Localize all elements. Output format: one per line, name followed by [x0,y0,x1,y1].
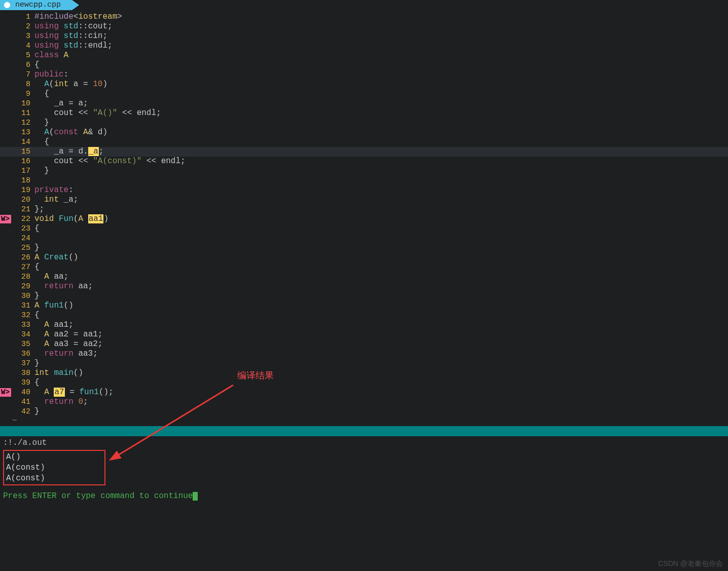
code-content: using std::cout; [34,22,728,31]
code-content: using std::cin; [34,31,728,41]
line-number: 10 [11,99,34,108]
terminal-command: :!./a.out [3,438,725,448]
code-content: A aa3 = aa2; [34,339,728,349]
output-line: A(const) [6,473,102,484]
code-line[interactable]: 17 } [0,166,728,176]
line-number: 20 [11,196,34,205]
line-number: 32 [11,311,34,320]
line-number: 18 [11,176,34,185]
code-line[interactable]: 5class A [0,51,728,60]
annotation-label: 编译结果 [237,370,274,381]
code-line[interactable]: 25} [0,243,728,253]
line-number: 31 [11,301,34,311]
line-number: 42 [11,407,34,416]
code-content: { [34,89,728,99]
line-number: 1 [11,13,34,22]
code-line[interactable]: 10 _a = a; [0,99,728,108]
line-number: 27 [11,263,34,272]
line-number: 30 [11,292,34,301]
code-line[interactable]: 12 } [0,118,728,128]
code-line[interactable]: W>22void Fun(A aa1) [0,214,728,224]
code-content: return aa; [34,282,728,291]
code-line[interactable]: 23{ [0,224,728,234]
code-line[interactable]: 37} [0,359,728,368]
code-line[interactable]: 8 A(int a = 10) [0,80,728,89]
code-line[interactable]: 34 A aa2 = aa1; [0,330,728,339]
code-line[interactable]: 4using std::endl; [0,41,728,51]
code-line[interactable]: 30} [0,291,728,301]
code-line[interactable]: 41 return 0; [0,397,728,407]
code-content: void Fun(A aa1) [34,214,728,224]
code-content: A(int a = 10) [34,80,728,89]
line-number: 15 [11,147,34,157]
code-line[interactable]: 39{ [0,378,728,388]
code-content: } [34,243,728,253]
code-line[interactable]: 6{ [0,60,728,70]
cursor-icon [193,492,198,501]
code-line[interactable]: 18 [0,176,728,185]
code-line[interactable]: 35 A aa3 = aa2; [0,339,728,349]
code-line[interactable]: 27{ [0,262,728,272]
code-line[interactable]: 15 _a = d._a; [0,147,728,157]
code-content: } [34,359,728,368]
code-line[interactable]: W>40 A a7 = fun1(); [0,388,728,397]
code-content: } [34,291,728,301]
code-content: cout << "A(const)" << endl; [34,157,728,166]
code-content: } [34,407,728,416]
code-line[interactable]: 26A Creat() [0,253,728,262]
tab-bar: newcpp.cpp [0,0,728,11]
tilde-line: ~ [0,416,728,426]
line-number: 36 [11,350,34,359]
code-line[interactable]: 16 cout << "A(const)" << endl; [0,157,728,166]
code-content: A fun1() [34,301,728,311]
line-number: 6 [11,61,34,70]
code-line[interactable]: 3using std::cin; [0,31,728,41]
code-line[interactable]: 24 [0,234,728,243]
code-content: { [34,262,728,272]
code-editor[interactable]: 1#include<iostream>2using std::cout;3usi… [0,11,728,416]
code-line[interactable]: 20 int _a; [0,195,728,205]
code-line[interactable]: 14 { [0,137,728,147]
code-content: A aa1; [34,320,728,330]
output-line: A(const) [6,463,102,473]
line-number: 37 [11,359,34,368]
line-number: 21 [11,205,34,214]
code-content: return aa3; [34,349,728,359]
line-number: 24 [11,234,34,243]
output-line: A() [6,452,102,463]
code-line[interactable]: 33 A aa1; [0,320,728,330]
code-content: A aa2 = aa1; [34,330,728,339]
code-line[interactable]: 1#include<iostream> [0,12,728,22]
code-content: _a = d._a; [34,147,728,157]
code-line[interactable]: 21}; [0,205,728,214]
code-line[interactable]: 32{ [0,311,728,320]
code-content: int _a; [34,195,728,205]
line-number: 38 [11,369,34,378]
code-content: A(const A& d) [34,128,728,137]
line-number: 35 [11,340,34,349]
code-line[interactable]: 11 cout << "A()" << endl; [0,108,728,118]
code-line[interactable]: 9 { [0,89,728,99]
code-line[interactable]: 29 return aa; [0,282,728,291]
code-line[interactable]: 31A fun1() [0,301,728,311]
code-line[interactable]: 2using std::cout; [0,22,728,31]
line-number: 26 [11,253,34,262]
code-line[interactable]: 38int main() [0,368,728,378]
line-number: 3 [11,32,34,41]
line-number: 22 [11,215,34,224]
line-number: 5 [11,51,34,60]
code-line[interactable]: 42} [0,407,728,416]
line-number: 39 [11,378,34,388]
code-line[interactable]: 19private: [0,185,728,195]
code-line[interactable]: 7public: [0,70,728,80]
code-content: public: [34,70,728,80]
file-tab[interactable]: newcpp.cpp [0,0,72,10]
line-number: 2 [11,22,34,31]
code-content: int main() [34,368,728,378]
code-content: }; [34,205,728,214]
code-line[interactable]: 13 A(const A& d) [0,128,728,137]
code-line[interactable]: 36 return aa3; [0,349,728,359]
code-line[interactable]: 28 A aa; [0,272,728,282]
status-bar [0,426,728,436]
vim-prompt[interactable]: Press ENTER or type command to continue [3,491,725,501]
